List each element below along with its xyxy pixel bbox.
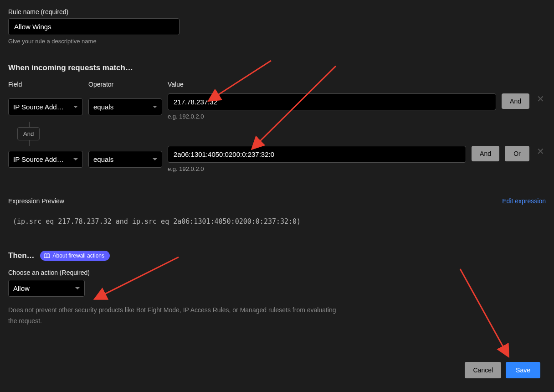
operator-select[interactable]: equals bbox=[88, 98, 162, 115]
section-divider bbox=[8, 54, 546, 54]
chevron-down-icon bbox=[153, 158, 157, 160]
action-label: Choose an action (Required) bbox=[8, 269, 546, 276]
value-input[interactable] bbox=[168, 146, 466, 163]
connector-line bbox=[29, 122, 30, 127]
close-icon[interactable]: ✕ bbox=[535, 146, 546, 157]
then-title: Then… bbox=[8, 251, 35, 260]
badge-text: About firewall actions bbox=[53, 253, 104, 259]
value-input[interactable] bbox=[168, 93, 496, 110]
action-description: Does not prevent other security products… bbox=[8, 305, 345, 327]
field-select-text: IP Source Add… bbox=[13, 103, 64, 111]
value-hint: e.g. 192.0.2.0 bbox=[168, 113, 546, 120]
and-button[interactable]: And bbox=[472, 146, 499, 161]
chevron-down-icon bbox=[75, 287, 80, 289]
chevron-down-icon bbox=[73, 106, 78, 108]
expression-code: (ip.src eq 217.78.237.32 and ip.src eq 2… bbox=[8, 217, 546, 226]
field-select-text: IP Source Add… bbox=[13, 155, 64, 163]
action-select[interactable]: Allow bbox=[8, 280, 85, 297]
field-select[interactable]: IP Source Add… bbox=[8, 98, 83, 115]
edit-expression-link[interactable]: Edit expression bbox=[502, 197, 546, 205]
col-header-field: Field bbox=[8, 81, 83, 88]
field-select[interactable]: IP Source Add… bbox=[8, 151, 83, 168]
book-icon bbox=[44, 253, 50, 258]
rule-name-label: Rule name (required) bbox=[8, 8, 546, 15]
operator-select[interactable]: equals bbox=[88, 151, 162, 168]
or-button[interactable]: Or bbox=[505, 146, 529, 161]
and-button[interactable]: And bbox=[502, 93, 529, 109]
cancel-button[interactable]: Cancel bbox=[465, 362, 501, 378]
about-firewall-actions-badge[interactable]: About firewall actions bbox=[40, 251, 110, 261]
conditions-title: When incoming requests match… bbox=[8, 63, 546, 72]
chevron-down-icon bbox=[153, 106, 157, 108]
rule-name-help: Give your rule a descriptive name bbox=[8, 38, 546, 45]
expression-preview-title: Expression Preview bbox=[8, 197, 64, 205]
annotation-arrows bbox=[0, 0, 554, 392]
close-icon[interactable]: ✕ bbox=[535, 93, 546, 104]
col-header-operator: Operator bbox=[88, 81, 162, 88]
operator-select-text: equals bbox=[93, 155, 113, 163]
connector-and-chip: And bbox=[17, 127, 40, 140]
connector-line bbox=[29, 140, 30, 146]
svg-line-3 bbox=[96, 257, 179, 299]
condition-row: IP Source Add… equals And ✕ e.g. 192.0.2… bbox=[8, 93, 546, 120]
action-select-text: Allow bbox=[13, 284, 30, 292]
operator-select-text: equals bbox=[93, 103, 113, 111]
chevron-down-icon bbox=[73, 158, 78, 160]
rule-name-input[interactable] bbox=[8, 18, 180, 35]
col-header-value: Value bbox=[168, 81, 546, 88]
value-hint: e.g. 192.0.2.0 bbox=[168, 165, 546, 172]
condition-row: IP Source Add… equals And Or ✕ e.g. 192.… bbox=[8, 146, 546, 172]
save-button[interactable]: Save bbox=[506, 362, 540, 378]
svg-line-4 bbox=[460, 269, 508, 356]
